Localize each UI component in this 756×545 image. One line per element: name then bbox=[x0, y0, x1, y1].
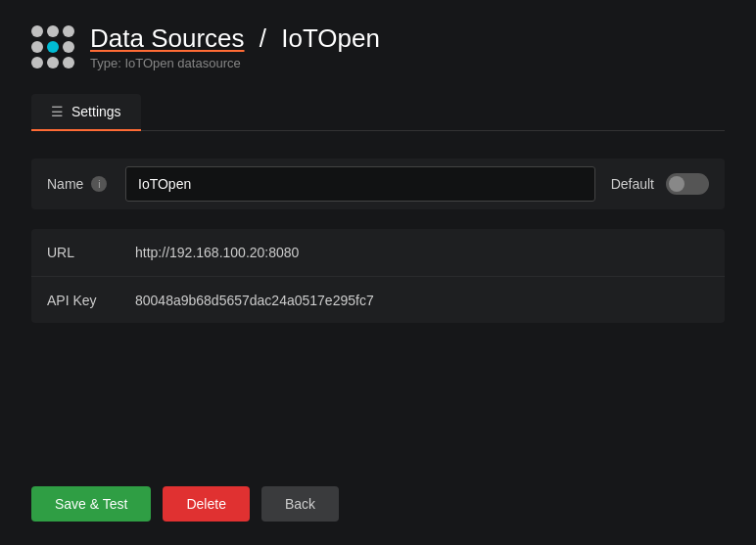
default-section: Default bbox=[611, 173, 709, 195]
name-row: Name i Default bbox=[31, 159, 725, 209]
tabs-container: ☰ Settings bbox=[31, 94, 725, 131]
name-input[interactable] bbox=[125, 166, 595, 202]
button-row: Save & Test Delete Back bbox=[31, 486, 725, 522]
logo-dot-2 bbox=[47, 25, 59, 37]
page-title: Data Sources / IoTOpen bbox=[90, 23, 380, 54]
back-button[interactable]: Back bbox=[261, 486, 339, 522]
apikey-row: API Key 80048a9b68d5657dac24a0517e295fc7 bbox=[31, 276, 725, 323]
delete-button[interactable]: Delete bbox=[163, 486, 249, 522]
url-value: http://192.168.100.20:8080 bbox=[135, 245, 299, 260]
header: Data Sources / IoTOpen Type: IoTOpen dat… bbox=[31, 23, 725, 70]
page-container: Data Sources / IoTOpen Type: IoTOpen dat… bbox=[0, 0, 756, 545]
logo-dot-6 bbox=[63, 41, 74, 53]
logo-dot-9 bbox=[63, 57, 74, 68]
current-page-name: IoTOpen bbox=[281, 23, 380, 53]
logo-dot-8 bbox=[47, 57, 59, 68]
logo-dot-4 bbox=[31, 41, 43, 53]
tab-settings-label: Settings bbox=[71, 104, 121, 119]
url-row: URL http://192.168.100.20:8080 bbox=[31, 229, 725, 276]
name-label: Name i bbox=[47, 176, 125, 192]
header-text: Data Sources / IoTOpen Type: IoTOpen dat… bbox=[90, 23, 380, 70]
settings-tab-icon: ☰ bbox=[51, 104, 64, 119]
detail-fields: URL http://192.168.100.20:8080 API Key 8… bbox=[31, 229, 725, 323]
name-info-icon[interactable]: i bbox=[91, 176, 107, 192]
logo-dot-5 bbox=[47, 41, 59, 53]
form-section: Name i Default URL http://192.168.100.20… bbox=[31, 159, 725, 455]
tab-settings[interactable]: ☰ Settings bbox=[31, 94, 141, 131]
logo-dot-3 bbox=[63, 25, 74, 37]
breadcrumb-separator: / bbox=[260, 23, 266, 53]
save-test-button[interactable]: Save & Test bbox=[31, 486, 151, 522]
toggle-thumb bbox=[669, 176, 685, 192]
apikey-label: API Key bbox=[47, 293, 135, 308]
app-logo bbox=[31, 25, 74, 68]
logo-dot-1 bbox=[31, 25, 43, 37]
breadcrumb-link[interactable]: Data Sources bbox=[90, 23, 245, 53]
page-subtitle: Type: IoTOpen datasource bbox=[90, 56, 380, 70]
default-label: Default bbox=[611, 176, 654, 192]
apikey-value: 80048a9b68d5657dac24a0517e295fc7 bbox=[135, 293, 374, 308]
default-toggle[interactable] bbox=[666, 173, 709, 195]
logo-dot-7 bbox=[31, 57, 43, 68]
url-label: URL bbox=[47, 245, 135, 260]
